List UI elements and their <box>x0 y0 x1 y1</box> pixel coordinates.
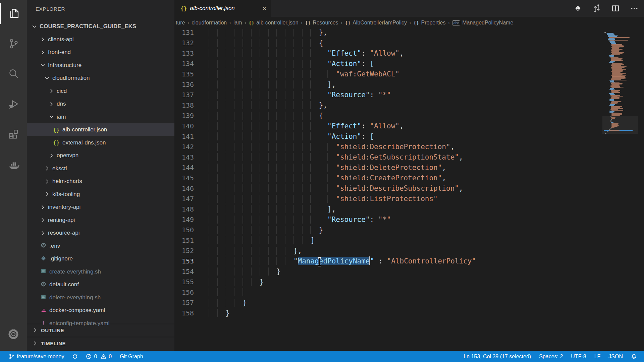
breadcrumb-item-albcontrolleriampolicy[interactable]: {}AlbControllerIamPolicy <box>345 20 407 26</box>
code-line-152[interactable]: 152 }, <box>174 246 604 256</box>
code-line-150[interactable]: 150 } <box>174 225 604 235</box>
tree-file-default-conf[interactable]: default.conf <box>27 278 174 291</box>
code-line-135[interactable]: 135 "waf:GetWebACL" <box>174 69 604 79</box>
tree-folder-front-end[interactable]: front-end <box>27 46 174 59</box>
status-indentation[interactable]: Spaces: 2 <box>535 354 567 360</box>
chevron-right-icon[interactable] <box>40 49 46 55</box>
section-outline[interactable]: OUTLINE <box>27 324 174 337</box>
tree-folder-inventory-api[interactable]: inventory-api <box>27 201 174 214</box>
breadcrumb-item-properties[interactable]: {}Properties <box>414 20 446 26</box>
chevron-down-icon[interactable] <box>48 114 54 120</box>
status-notifications[interactable] <box>627 354 641 359</box>
tree-folder-dns[interactable]: dns <box>27 98 174 110</box>
chevron-down-icon[interactable] <box>31 23 37 29</box>
chevron-right-icon[interactable] <box>48 101 54 107</box>
chevron-right-icon[interactable] <box>44 191 50 197</box>
code-line-153[interactable]: 153 "ManagedPolicyName" : "AlbController… <box>174 256 604 266</box>
code-line-158[interactable]: 158 } <box>174 308 604 318</box>
breadcrumb-item-ture[interactable]: ture <box>176 20 185 26</box>
tree-folder-clients-api[interactable]: clients-api <box>27 33 174 46</box>
tree-folder-eksctl[interactable]: eksctl <box>27 162 174 175</box>
chevron-right-icon[interactable] <box>48 88 54 94</box>
tree-folder-cicd[interactable]: cicd <box>27 85 174 98</box>
activity-extensions-icon[interactable] <box>0 123 27 145</box>
code-line-144[interactable]: 144 "shield:DeleteProtection", <box>174 163 604 173</box>
tree-file--gitignore[interactable]: .gitignore <box>27 252 174 265</box>
chevron-right-icon[interactable] <box>44 166 50 172</box>
activity-source-control-icon[interactable] <box>0 33 27 54</box>
code-editor[interactable]: 131 },132 {133 "Effect": "Allow",134 "Ac… <box>174 29 604 351</box>
activity-search-icon[interactable] <box>0 63 27 84</box>
activity-run-debug-icon[interactable] <box>0 93 27 115</box>
code-line-138[interactable]: 138 }, <box>174 100 604 111</box>
tree-file-alb-controller-json[interactable]: {}alb-controller.json <box>27 123 174 136</box>
tree-file-docker-compose-yaml[interactable]: docker-compose.yaml <box>27 304 174 317</box>
tree-folder-helm-charts[interactable]: helm-charts <box>27 175 174 188</box>
tree-folder-openvpn[interactable]: openvpn <box>27 149 174 162</box>
code-line-143[interactable]: 143 "shield:GetSubscriptionState", <box>174 152 604 163</box>
chevron-right-icon[interactable] <box>32 327 38 333</box>
code-line-151[interactable]: 151 ] <box>174 235 604 246</box>
breadcrumb-item-cloudformation[interactable]: cloudformation <box>192 20 227 26</box>
code-line-155[interactable]: 155 } <box>174 277 604 287</box>
tree-folder-course-practical-guide-eks[interactable]: COURSE_PRACTICAL_GUIDE_EKS <box>27 20 174 33</box>
activity-docker-icon[interactable] <box>0 154 27 175</box>
code-line-142[interactable]: 142 "shield:DescribeProtection", <box>174 142 604 152</box>
code-line-149[interactable]: 149 "Resource": "*" <box>174 215 604 225</box>
code-line-146[interactable]: 146 "shield:DescribeSubscription", <box>174 183 604 194</box>
tree-folder-renting-api[interactable]: renting-api <box>27 214 174 227</box>
code-line-139[interactable]: 139 { <box>174 111 604 121</box>
breadcrumb-item-alb-controller-json[interactable]: {}alb-controller.json <box>249 20 298 26</box>
code-line-133[interactable]: 133 "Effect": "Allow", <box>174 48 604 59</box>
gitlens-icon[interactable] <box>573 3 583 13</box>
status-git-graph[interactable]: Git Graph <box>116 354 147 360</box>
tree-file-create-everything-sh[interactable]: create-everything.sh <box>27 265 174 278</box>
code-line-147[interactable]: 147 "shield:ListProtections" <box>174 194 604 204</box>
tab-alb-controller[interactable]: {} alb-controller.json × <box>174 0 271 17</box>
status-branch[interactable]: feature/save-money <box>5 354 68 360</box>
tree-folder-resource-api[interactable]: resource-api <box>27 227 174 239</box>
activity-settings-icon[interactable] <box>0 323 27 345</box>
chevron-down-icon[interactable] <box>44 75 50 81</box>
chevron-down-icon[interactable] <box>40 62 46 68</box>
code-line-136[interactable]: 136 ], <box>174 79 604 90</box>
chevron-right-icon[interactable] <box>40 230 46 236</box>
breadcrumb-item-resources[interactable]: {}Resources <box>305 20 338 26</box>
chevron-right-icon[interactable] <box>44 178 50 184</box>
code-line-156[interactable]: 156 <box>174 287 604 298</box>
chevron-right-icon[interactable] <box>40 217 46 223</box>
split-editor-icon[interactable] <box>610 3 621 13</box>
code-line-131[interactable]: 131 }, <box>174 29 604 38</box>
chevron-right-icon[interactable] <box>40 204 46 210</box>
code-line-132[interactable]: 132 { <box>174 38 604 48</box>
status-encoding[interactable]: UTF-8 <box>567 354 590 360</box>
activity-explorer-icon[interactable] <box>0 3 27 24</box>
status-cursor-position[interactable]: Ln 153, Col 39 (17 selected) <box>460 354 535 360</box>
more-actions-icon[interactable] <box>629 3 639 13</box>
status-eol[interactable]: LF <box>590 354 605 360</box>
tree-folder-infrastructure[interactable]: Infrastructure <box>27 59 174 72</box>
chevron-right-icon[interactable] <box>48 153 54 159</box>
breadcrumb-item-iam[interactable]: iam <box>233 20 242 26</box>
code-line-145[interactable]: 145 "shield:CreateProtection", <box>174 173 604 183</box>
minimap[interactable] <box>604 29 637 351</box>
tree-folder-iam[interactable]: iam <box>27 111 174 123</box>
tree-file--env[interactable]: .env <box>27 240 174 252</box>
chevron-right-icon[interactable] <box>32 341 38 346</box>
code-line-137[interactable]: 137 "Resource": "*" <box>174 90 604 100</box>
breadcrumb-item-managedpolicyname[interactable]: abcManagedPolicyName <box>452 20 513 26</box>
status-language-mode[interactable]: JSON <box>604 354 627 360</box>
tree-folder-k8s-tooling[interactable]: k8s-tooling <box>27 188 174 201</box>
code-line-154[interactable]: 154 } <box>174 266 604 277</box>
tree-file-external-dns-json[interactable]: {}external-dns.json <box>27 136 174 149</box>
status-sync[interactable] <box>68 354 82 359</box>
code-line-134[interactable]: 134 "Action": [ <box>174 59 604 69</box>
code-line-141[interactable]: 141 "Action": [ <box>174 131 604 142</box>
chevron-right-icon[interactable] <box>40 37 46 43</box>
compare-changes-icon[interactable] <box>592 3 602 13</box>
tree-file-delete-everything-sh[interactable]: delete-everything.sh <box>27 291 174 304</box>
status-problems[interactable]: 00 <box>82 354 116 360</box>
tree-folder-cloudformation[interactable]: cloudformation <box>27 72 174 84</box>
code-line-140[interactable]: 140 "Effect": "Allow", <box>174 121 604 131</box>
section-timeline[interactable]: TIMELINE <box>27 337 174 350</box>
